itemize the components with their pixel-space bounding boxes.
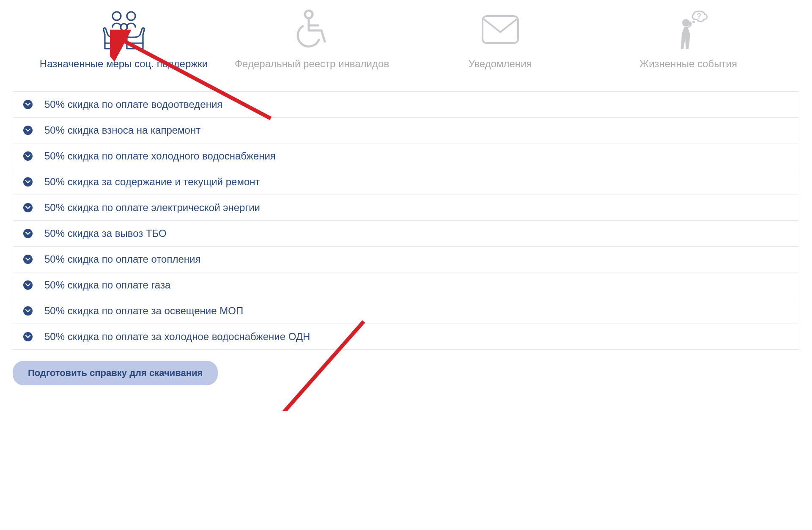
svg-rect-6 <box>483 16 518 43</box>
list-item[interactable]: 50% скидка по оплате водоотведения <box>13 92 799 118</box>
list-item-label: 50% скидка за содержание и текущий ремон… <box>44 176 260 188</box>
tab-label: Федеральный реестр инвалидов <box>235 57 389 70</box>
chevron-down-icon <box>23 280 33 290</box>
list-item[interactable]: 50% скидка по оплате отопления <box>13 247 799 272</box>
nav-tabs: Назначенные меры соц. поддержки Федераль… <box>13 8 799 70</box>
prepare-download-button[interactable]: Подготовить справку для скачивания <box>13 361 218 385</box>
tab-disabled-registry[interactable]: Федеральный реестр инвалидов <box>218 8 406 70</box>
chevron-down-icon <box>23 177 33 187</box>
chevron-down-icon <box>23 255 33 264</box>
list-item[interactable]: 50% скидка по оплате за холодное водосна… <box>13 324 799 350</box>
envelope-icon <box>479 8 521 51</box>
list-item-label: 50% скидка взноса на капремонт <box>44 124 200 136</box>
chevron-down-icon <box>23 229 33 238</box>
list-item-label: 50% скидка по оплате электрической энерг… <box>44 202 260 214</box>
chevron-down-icon <box>23 126 33 135</box>
svg-text:?: ? <box>697 12 701 20</box>
tab-notifications[interactable]: Уведомления <box>406 8 594 70</box>
tab-social-support[interactable]: Назначенные меры соц. поддержки <box>30 8 218 70</box>
chevron-down-icon <box>23 203 33 212</box>
discount-list: 50% скидка по оплате водоотведения 50% с… <box>13 91 799 350</box>
svg-point-1 <box>127 12 135 20</box>
chevron-down-icon <box>23 306 33 316</box>
list-item-label: 50% скидка за вывоз ТБО <box>44 228 167 239</box>
tab-life-events[interactable]: ? Жизненные события <box>594 8 782 70</box>
list-item-label: 50% скидка по оплате отопления <box>44 253 200 265</box>
tab-label: Уведомления <box>468 57 532 70</box>
list-item[interactable]: 50% скидка по оплате холодного водоснабж… <box>13 143 799 169</box>
list-item[interactable]: 50% скидка за вывоз ТБО <box>13 221 799 247</box>
svg-point-5 <box>305 11 313 18</box>
list-item-label: 50% скидка по оплате холодного водоснабж… <box>44 150 276 162</box>
svg-point-9 <box>692 21 695 23</box>
list-item[interactable]: 50% скидка по оплате за освещение МОП <box>13 298 799 324</box>
list-item[interactable]: 50% скидка по оплате газа <box>13 272 799 298</box>
person-question-icon: ? <box>667 8 710 51</box>
list-item-label: 50% скидка по оплате газа <box>44 279 170 291</box>
chevron-down-icon <box>23 151 33 161</box>
tab-label: Жизненные события <box>639 57 737 70</box>
wheelchair-icon <box>291 8 333 51</box>
chevron-down-icon <box>23 332 33 341</box>
chevron-down-icon <box>23 100 33 109</box>
list-item[interactable]: 50% скидка по оплате электрической энерг… <box>13 195 799 221</box>
list-item[interactable]: 50% скидка за содержание и текущий ремон… <box>13 169 799 195</box>
list-item-label: 50% скидка по оплате за холодное водосна… <box>44 331 310 343</box>
svg-point-10 <box>690 23 692 25</box>
svg-point-0 <box>112 12 121 20</box>
tab-label: Назначенные меры соц. поддержки <box>40 57 208 70</box>
list-item-label: 50% скидка по оплате водоотведения <box>44 99 222 110</box>
hands-family-icon <box>101 8 147 51</box>
list-item-label: 50% скидка по оплате за освещение МОП <box>44 305 243 317</box>
list-item[interactable]: 50% скидка взноса на капремонт <box>13 118 799 143</box>
